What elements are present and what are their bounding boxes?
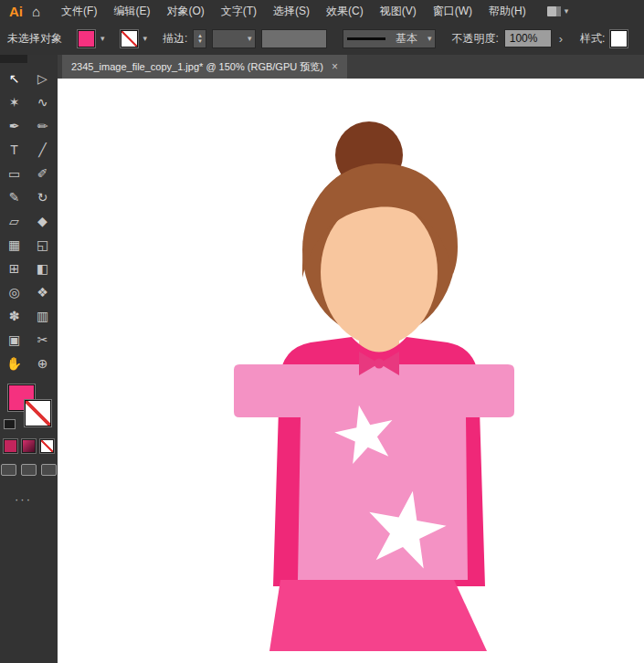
curvature-tool[interactable]: ✏ xyxy=(28,114,57,138)
home-icon[interactable]: ⌂ xyxy=(32,4,40,19)
style-group: 样式: xyxy=(580,30,628,47)
tool-grid: ↖▷✶∿✒✏T╱▭✐✎↻▱◆▦◱⊞◧◎❖✽▥▣✂✋⊕ xyxy=(0,67,58,375)
fill-stroke-indicator[interactable] xyxy=(4,384,55,430)
menu-bar: Ai ⌂ 文件(F)编辑(E)对象(O)文字(T)选择(S)效果(C)视图(V)… xyxy=(0,0,644,23)
chevron-down-icon[interactable]: ▾ xyxy=(248,34,252,43)
line-segment-tool[interactable]: ╱ xyxy=(28,138,57,162)
draw-behind-icon[interactable] xyxy=(21,464,37,476)
bow-knot[interactable] xyxy=(375,359,385,369)
gradient-tool[interactable]: ◧ xyxy=(28,257,57,280)
scale-tool[interactable]: ▱ xyxy=(0,209,28,233)
menu-file[interactable]: 文件(F) xyxy=(53,4,105,19)
opacity-label: 不透明度: xyxy=(451,31,498,47)
menu-object[interactable]: 对象(O) xyxy=(158,4,212,19)
tools-panel-header xyxy=(0,55,58,67)
style-label: 样式: xyxy=(580,31,605,47)
document-tab[interactable]: 2345_image_file_copy_1.jpg* @ 150% (RGB/… xyxy=(62,55,347,79)
stepper-down-icon[interactable]: ▾ xyxy=(198,38,202,44)
column-graph-tool[interactable]: ▥ xyxy=(28,304,57,328)
document-tab-bar: 2345_image_file_copy_1.jpg* @ 150% (RGB/… xyxy=(58,55,644,79)
document-tab-title: 2345_image_file_copy_1.jpg* @ 150% (RGB/… xyxy=(71,60,323,74)
blend-tool[interactable]: ❖ xyxy=(28,280,57,304)
stroke-color-swatch[interactable] xyxy=(121,30,138,47)
symbol-sprayer-tool[interactable]: ✽ xyxy=(0,304,28,328)
chevron-down-icon[interactable]: ▾ xyxy=(143,34,148,43)
chevron-down-icon[interactable]: ▾ xyxy=(100,34,105,43)
paintbrush-tool[interactable]: ✐ xyxy=(28,162,57,185)
menu-view[interactable]: 视图(V) xyxy=(372,4,425,19)
rotate-tool[interactable]: ↻ xyxy=(28,185,57,209)
graphic-style-swatch[interactable] xyxy=(610,30,628,47)
shape-builder-tool[interactable]: ◱ xyxy=(28,233,57,257)
draw-mode-row xyxy=(0,464,58,476)
menu-help[interactable]: 帮助(H) xyxy=(480,4,534,19)
stroke-proxy-swatch[interactable] xyxy=(25,400,51,426)
stroke-weight-label: 描边: xyxy=(163,31,187,47)
tools-panel: ↖▷✶∿✒✏T╱▭✐✎↻▱◆▦◱⊞◧◎❖✽▥▣✂✋⊕ ··· xyxy=(0,55,58,663)
opacity-group: 不透明度: 100% › xyxy=(451,29,565,47)
stroke-weight-combo[interactable]: ▾ xyxy=(212,29,256,48)
direct-selection-tool[interactable]: ▷ xyxy=(28,67,57,90)
hand-tool[interactable]: ✋ xyxy=(0,352,28,375)
eyedropper-tool[interactable]: ◎ xyxy=(0,280,28,304)
draw-inside-icon[interactable] xyxy=(41,464,57,476)
color-mode-row xyxy=(0,439,58,453)
chevron-down-icon: ▾ xyxy=(565,6,569,16)
stroke-style-value: 基本 xyxy=(396,31,417,47)
workspace-layout-icon xyxy=(547,6,561,16)
mesh-tool[interactable]: ⊞ xyxy=(0,257,28,280)
selection-tool[interactable]: ↖ xyxy=(0,67,28,90)
workspace-switcher[interactable]: ▾ xyxy=(547,6,569,16)
color-button[interactable] xyxy=(4,439,17,453)
stroke-weight-stepper[interactable]: ▴ ▾ xyxy=(193,29,206,48)
slice-tool[interactable]: ✂ xyxy=(28,328,57,352)
gradient-button[interactable] xyxy=(22,439,36,453)
girl-illustration xyxy=(58,79,644,663)
panel-collapse-nub[interactable] xyxy=(0,55,27,63)
stroke-control[interactable]: ▾ xyxy=(121,30,148,47)
menubar-items: 文件(F)编辑(E)对象(O)文字(T)选择(S)效果(C)视图(V)窗口(W)… xyxy=(53,4,534,19)
menu-effect[interactable]: 效果(C) xyxy=(318,4,372,19)
menu-window[interactable]: 窗口(W) xyxy=(425,4,480,19)
variable-width-combo xyxy=(261,29,327,48)
draw-normal-icon[interactable] xyxy=(1,464,16,476)
free-transform-tool[interactable]: ▦ xyxy=(0,233,28,257)
control-bar: 未选择对象 ▾ ▾ 描边: ▴ ▾ ▾ 基本 ▾ 不透明度: 100% › 样式… xyxy=(0,22,644,56)
zoom-tool[interactable]: ⊕ xyxy=(28,352,57,375)
rectangle-tool[interactable]: ▭ xyxy=(0,162,28,185)
shaper-tool[interactable]: ✎ xyxy=(0,185,28,209)
type-tool[interactable]: T xyxy=(0,138,28,162)
edit-toolbar-button[interactable]: ··· xyxy=(0,492,58,506)
artboard-canvas[interactable] xyxy=(58,79,644,663)
chevron-down-icon[interactable]: ▾ xyxy=(428,34,432,43)
stroke-weight-group: 描边: ▴ ▾ ▾ xyxy=(163,29,327,48)
fill-control[interactable]: ▾ xyxy=(78,30,105,47)
menu-select[interactable]: 选择(S) xyxy=(265,4,318,19)
none-button[interactable] xyxy=(40,439,54,453)
illustrator-logo: Ai xyxy=(9,4,23,19)
default-fill-stroke-icon[interactable] xyxy=(4,419,16,429)
width-tool[interactable]: ◆ xyxy=(28,209,57,233)
artboard-tool[interactable]: ▣ xyxy=(0,328,28,352)
menu-edit[interactable]: 编辑(E) xyxy=(105,4,158,19)
skirt-shape[interactable] xyxy=(269,580,487,651)
magic-wand-tool[interactable]: ✶ xyxy=(0,90,28,114)
more-options-chevron[interactable]: › xyxy=(559,32,563,46)
pen-tool[interactable]: ✒ xyxy=(0,114,28,138)
opacity-input[interactable]: 100% xyxy=(504,29,552,47)
lasso-tool[interactable]: ∿ xyxy=(28,90,57,114)
stroke-style-preview xyxy=(347,37,385,40)
stroke-style-combo[interactable]: 基本 ▾ xyxy=(343,29,436,48)
close-icon[interactable]: × xyxy=(332,60,338,73)
no-selection-label: 未选择对象 xyxy=(7,31,62,47)
menu-type[interactable]: 文字(T) xyxy=(213,4,265,19)
fill-color-swatch[interactable] xyxy=(78,30,95,47)
document-area: 2345_image_file_copy_1.jpg* @ 150% (RGB/… xyxy=(58,55,644,663)
